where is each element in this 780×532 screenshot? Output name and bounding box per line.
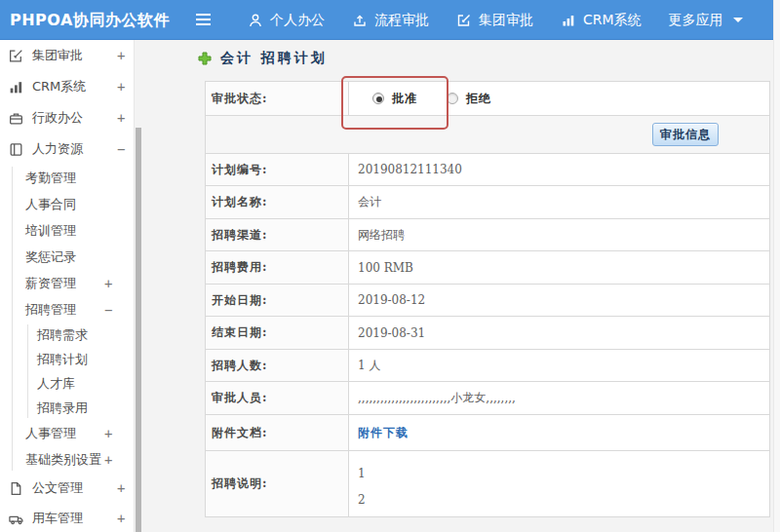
nav-label: 更多应用: [669, 12, 723, 29]
sidebar-item-label: 公文管理: [32, 479, 83, 497]
person-icon: [248, 13, 263, 28]
nav-group-approval[interactable]: 集团审批: [443, 0, 547, 40]
sidebar-menu: 集团审批 + CRM系统 + 行政办公 +: [0, 40, 134, 532]
collapse-minus-icon[interactable]: −: [117, 141, 125, 157]
sidebar-item-rewards[interactable]: 奖惩记录: [0, 244, 134, 270]
field-value: ,,,,,,,,,,,,,,,,,,,,,,,,,小龙女,,,,,,,,: [349, 382, 769, 414]
nav-label: 集团审批: [479, 12, 533, 29]
page-title-row: 会计 招聘计划: [198, 50, 328, 67]
sidebar-scrollbar-thumb[interactable]: [136, 128, 141, 532]
row-plan-name: 计划名称: 会计: [206, 186, 769, 219]
nav-more-apps[interactable]: 更多应用: [655, 0, 757, 40]
nav-label: 流程审批: [374, 12, 429, 29]
radio-approve[interactable]: [372, 93, 384, 104]
nav-process-approval[interactable]: 流程审批: [338, 0, 443, 40]
sidebar-scrollbar[interactable]: [134, 40, 141, 532]
process-icon: [352, 13, 368, 28]
hamburger-menu-icon[interactable]: [196, 14, 211, 26]
field-value: 2019-08-31: [349, 317, 769, 349]
sidebar-item-label: 人事管理: [25, 425, 76, 442]
expand-plus-icon[interactable]: +: [104, 276, 112, 291]
field-value: 会计: [349, 186, 769, 218]
attachment-download-link[interactable]: 附件下载: [358, 425, 409, 441]
sidebar-item-label: 行政办公: [32, 109, 83, 127]
expand-plus-icon[interactable]: +: [117, 79, 125, 95]
sidebar-item-label: 集团审批: [32, 47, 83, 64]
approve-info-button[interactable]: 审批信息: [652, 123, 719, 146]
row-headcount: 招聘人数: 1 人: [206, 350, 769, 382]
sidebar-item-training[interactable]: 培训管理: [0, 217, 134, 244]
field-label: 招聘说明:: [206, 451, 349, 516]
book-icon: [8, 141, 24, 158]
expand-plus-icon[interactable]: +: [117, 480, 125, 496]
truck-icon: [8, 511, 24, 527]
expand-plus-icon[interactable]: +: [117, 110, 125, 126]
row-approval-status: 审批状态: 批准 拒绝: [206, 82, 769, 116]
sidebar-item-recruit[interactable]: 招聘管理 −: [0, 296, 134, 323]
expand-plus-icon[interactable]: +: [104, 452, 112, 468]
hr-submenu: 考勤管理 人事合同 培训管理 奖惩记录 薪资管理 + 招聘管理 −: [0, 165, 134, 473]
collapse-minus-icon[interactable]: −: [104, 302, 112, 318]
nav-crm-system[interactable]: CRM系统: [547, 0, 655, 40]
radio-reject[interactable]: [447, 93, 458, 104]
expand-plus-icon[interactable]: +: [104, 426, 112, 441]
sidebar-item-base-category[interactable]: 基础类别设置 +: [0, 446, 134, 473]
sidebar-item-label: 人事合同: [25, 196, 76, 213]
sidebar-item-label: 招聘需求: [37, 326, 88, 344]
sidebar-item-personnel[interactable]: 人事管理 +: [0, 420, 134, 446]
sidebar-item-label: 用车管理: [32, 510, 83, 527]
radio-reject-label[interactable]: 拒绝: [466, 91, 491, 107]
nav-label: 个人办公: [270, 12, 325, 29]
nav-label: CRM系统: [583, 12, 642, 29]
field-label: 审批人员:: [206, 382, 349, 414]
row-recruit-channel: 招聘渠道: 网络招聘: [206, 219, 769, 251]
sidebar-item-attendance[interactable]: 考勤管理: [0, 165, 134, 191]
bar-chart-icon: [561, 13, 576, 28]
top-nav: 个人办公 流程审批 集团审批: [234, 0, 757, 40]
field-label: 审批状态:: [206, 82, 349, 115]
sidebar-item-label: 培训管理: [25, 222, 76, 240]
field-label: 招聘渠道:: [206, 219, 349, 250]
field-value: 网络招聘: [349, 219, 769, 250]
recruit-plan-form: 审批状态: 批准 拒绝 审批信息 计划编号: 2019081211134: [205, 81, 770, 517]
field-label: 开始日期:: [206, 285, 349, 316]
page-scrollbar[interactable]: [773, 0, 780, 532]
expand-plus-icon[interactable]: +: [117, 48, 125, 63]
sidebar-item-vehicle[interactable]: 用车管理 +: [0, 504, 134, 532]
field-label: 计划名称:: [206, 186, 349, 218]
row-start-date: 开始日期: 2019-08-12: [206, 285, 769, 317]
recruit-submenu: 招聘需求 招聘计划 人才库 招聘录用: [0, 323, 134, 420]
row-approvers: 审批人员: ,,,,,,,,,,,,,,,,,,,,,,,,,小龙女,,,,,,…: [206, 382, 769, 415]
sidebar-item-talent-pool[interactable]: 人才库: [0, 371, 134, 396]
field-value: 1 人: [349, 350, 769, 381]
approval-radio-group: 批准 拒绝: [358, 91, 491, 107]
expand-plus-icon[interactable]: +: [117, 511, 125, 526]
nav-personal-office[interactable]: 个人办公: [234, 0, 338, 40]
sidebar-item-crm[interactable]: CRM系统 +: [0, 71, 134, 102]
sidebar-item-salary[interactable]: 薪资管理 +: [0, 270, 134, 296]
sidebar-item-recruit-plan[interactable]: 招聘计划: [0, 347, 134, 371]
app-window: PHPOA协同办公软件 个人办公 流程审批: [0, 0, 780, 532]
field-label: 招聘人数:: [206, 350, 349, 381]
sidebar-item-label: 考勤管理: [25, 170, 76, 187]
sidebar-item-hr-contract[interactable]: 人事合同: [0, 191, 134, 217]
sidebar-item-group-approval[interactable]: 集团审批 +: [0, 40, 134, 71]
sidebar-item-recruit-need[interactable]: 招聘需求: [0, 323, 134, 347]
bar-chart-icon: [8, 79, 24, 95]
sidebar-item-doc-mgmt[interactable]: 公文管理 +: [0, 473, 134, 504]
app-logo: PHPOA协同办公软件: [10, 0, 170, 40]
topbar: PHPOA协同办公软件 个人办公 流程审批: [0, 0, 780, 40]
sidebar-item-admin-office[interactable]: 行政办公 +: [0, 102, 134, 133]
document-icon: [8, 480, 24, 497]
sidebar-item-label: 人才库: [37, 375, 75, 393]
sidebar-item-recruit-hire[interactable]: 招聘录用: [0, 396, 134, 420]
main-content: 会计 招聘计划 审批状态: 批准 拒绝 审批信息: [141, 40, 780, 532]
row-approve-button: 审批信息: [206, 116, 769, 154]
sidebar-item-label: 招聘管理: [25, 301, 76, 319]
page-title: 会计 招聘计划: [220, 50, 328, 67]
field-value: 12: [358, 451, 366, 513]
row-attachment: 附件文档: 附件下载: [206, 415, 769, 451]
sidebar-item-hr[interactable]: 人力资源 −: [0, 133, 134, 165]
sidebar-item-label: 人力资源: [32, 140, 83, 158]
radio-approve-label[interactable]: 批准: [392, 91, 417, 107]
